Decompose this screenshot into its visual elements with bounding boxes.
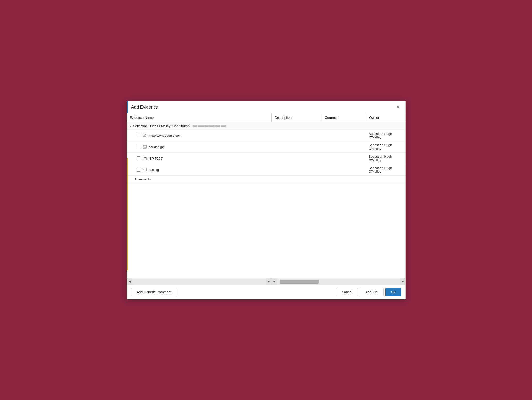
right-scroll-right-arrow[interactable]: ▶	[400, 278, 405, 285]
item-comment-1	[322, 130, 366, 141]
comments-label: Comments	[132, 177, 151, 181]
item-owner-4: Sebastian Hugh O'Malley	[366, 164, 405, 176]
item-checkbox-2[interactable]	[137, 145, 140, 149]
item-owner-2: Sebastian Hugh O'Malley	[366, 141, 405, 153]
close-button[interactable]: ×	[395, 104, 401, 110]
add-evidence-dialog: Add Evidence × Evidence Name Description…	[127, 101, 406, 299]
item-checkbox-3[interactable]	[137, 156, 140, 160]
item-desc-3	[271, 153, 322, 164]
dialog-footer: Add Generic Comment Cancel Add File Ok	[127, 285, 405, 299]
dialog-title: Add Evidence	[131, 105, 158, 110]
col-header-comment: Comment	[322, 113, 366, 122]
comments-desc-cell	[271, 176, 322, 183]
scroll-left-arrow[interactable]: ◀	[127, 278, 132, 285]
group-name-cell: ∨ Sebastian Hugh O"Malley (Contributor)	[127, 122, 272, 130]
item-owner-3: Sebastian Hugh O'Malley	[366, 153, 405, 164]
image-icon	[142, 145, 147, 149]
item-label-3: [SP-5259]	[149, 157, 163, 160]
chevron-down-icon[interactable]: ∨	[129, 124, 131, 128]
scrollbar-area: ◀ ▶ ◀ ▶	[127, 278, 405, 285]
dialog-header: Add Evidence ×	[127, 101, 405, 113]
item-label-4: taxi.jpg	[149, 168, 159, 172]
table-row: http://www.google.com Sebastian Hugh O'M…	[127, 130, 405, 141]
image-icon	[142, 168, 147, 172]
group-owner-cell	[366, 122, 405, 130]
redacted-info	[193, 125, 226, 127]
left-scroll-section: ◀ ▶	[127, 278, 272, 285]
evidence-table: Evidence Name Description Comment Owner …	[127, 113, 405, 183]
link-icon	[142, 133, 147, 138]
add-file-button[interactable]: Add File	[360, 288, 383, 296]
header-accent	[127, 101, 128, 113]
svg-rect-1	[143, 145, 146, 148]
group-row: ∨ Sebastian Hugh O"Malley (Contributor)	[127, 122, 405, 130]
col-header-owner: Owner	[366, 113, 405, 122]
scroll-right-arrow[interactable]: ▶	[266, 278, 271, 285]
right-scroll-section: ◀ ▶	[271, 278, 405, 285]
item-comment-4	[322, 164, 366, 176]
item-desc-4	[271, 164, 322, 176]
group-comment-cell	[322, 122, 366, 130]
item-comment-2	[322, 141, 366, 153]
table-wrapper: Evidence Name Description Comment Owner …	[127, 113, 405, 278]
comments-accent	[127, 176, 128, 183]
cancel-button[interactable]: Cancel	[336, 288, 358, 296]
footer-left: Add Generic Comment	[131, 288, 177, 296]
item-owner-1: Sebastian Hugh O'Malley	[366, 130, 405, 141]
col-header-name: Evidence Name	[127, 113, 272, 122]
comments-row: Comments	[127, 176, 405, 183]
group-label: Sebastian Hugh O"Malley (Contributor)	[133, 124, 190, 128]
item-name-cell-1: http://www.google.com	[127, 130, 272, 141]
col-header-description: Description	[271, 113, 322, 122]
left-scroll-track[interactable]	[132, 278, 266, 285]
table-row: parking.jpg Sebastian Hugh O'Malley	[127, 141, 405, 153]
item-name-cell-4: taxi.jpg	[127, 164, 272, 176]
item-name-cell-2: parking.jpg	[127, 141, 272, 153]
item-checkbox-4[interactable]	[137, 168, 140, 172]
right-scroll-left-arrow[interactable]: ◀	[271, 278, 277, 285]
item-label-1: http://www.google.com	[149, 134, 182, 137]
scroll-thumb[interactable]	[280, 280, 319, 284]
table-header-row: Evidence Name Description Comment Owner	[127, 113, 405, 122]
comments-comment-cell	[322, 176, 366, 183]
item-comment-3	[322, 153, 366, 164]
comments-owner-cell	[366, 176, 405, 183]
comments-label-cell: Comments	[127, 176, 272, 183]
right-scroll-track[interactable]	[277, 278, 400, 285]
item-desc-2	[271, 141, 322, 153]
ok-button[interactable]: Ok	[385, 288, 401, 296]
folder-icon	[142, 156, 147, 160]
svg-rect-3	[143, 168, 146, 171]
table-row: [SP-5259] Sebastian Hugh O'Malley	[127, 153, 405, 164]
left-accent	[127, 158, 128, 270]
item-desc-1	[271, 130, 322, 141]
item-label-2: parking.jpg	[149, 145, 165, 149]
svg-rect-0	[143, 134, 146, 137]
group-description-cell	[271, 122, 322, 130]
add-generic-comment-button[interactable]: Add Generic Comment	[131, 288, 177, 296]
item-checkbox-1[interactable]	[137, 134, 140, 137]
footer-right: Cancel Add File Ok	[336, 288, 401, 296]
table-row: taxi.jpg Sebastian Hugh O'Malley	[127, 164, 405, 176]
item-name-cell-3: [SP-5259]	[127, 153, 272, 164]
